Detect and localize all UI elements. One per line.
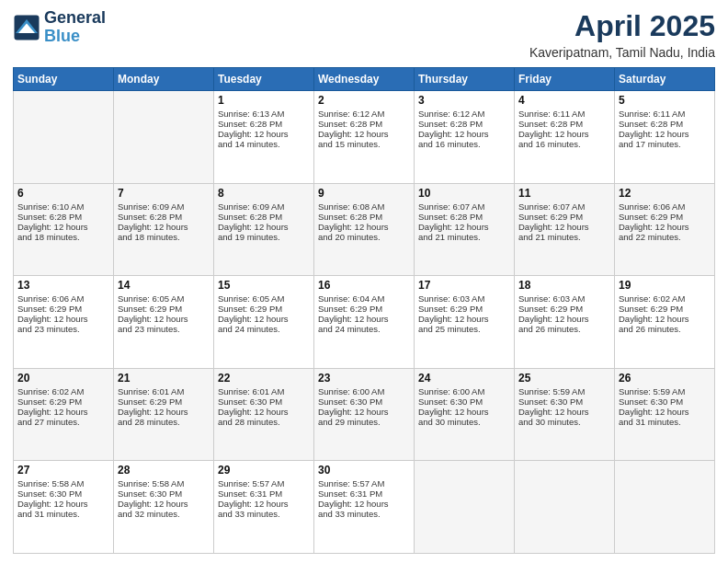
calendar-week-2: 6Sunrise: 6:10 AMSunset: 6:28 PMDaylight… (14, 183, 715, 276)
day-number: 13 (17, 279, 109, 292)
logo: General Blue (13, 9, 106, 46)
day-info: Sunset: 6:31 PM (318, 488, 410, 499)
day-info: Sunrise: 6:13 AM (218, 109, 310, 119)
day-info: Daylight: 12 hours (17, 314, 109, 324)
day-number: 26 (619, 372, 711, 385)
calendar-cell: 20Sunrise: 6:02 AMSunset: 6:29 PMDayligh… (14, 368, 114, 461)
calendar-cell: 14Sunrise: 6:05 AMSunset: 6:29 PMDayligh… (114, 276, 214, 369)
day-info: Sunrise: 6:10 AM (17, 201, 109, 212)
day-info: Sunset: 6:29 PM (118, 396, 210, 407)
day-info: Sunrise: 5:59 AM (518, 386, 610, 396)
day-info: Daylight: 12 hours (518, 314, 610, 324)
calendar-cell (415, 461, 515, 554)
day-info: Sunset: 6:28 PM (218, 119, 310, 129)
day-info: Sunrise: 6:12 AM (318, 109, 410, 119)
day-info: and 16 minutes. (518, 139, 610, 149)
day-info: Sunrise: 6:01 AM (218, 386, 310, 396)
day-info: Daylight: 12 hours (518, 222, 610, 232)
calendar-cell: 13Sunrise: 6:06 AMSunset: 6:29 PMDayligh… (14, 276, 114, 369)
day-info: Sunrise: 6:06 AM (619, 201, 711, 212)
day-info: Sunrise: 6:11 AM (619, 109, 711, 119)
day-info: and 23 minutes. (17, 324, 109, 334)
logo-text: General Blue (44, 9, 106, 46)
calendar-cell: 17Sunrise: 6:03 AMSunset: 6:29 PMDayligh… (415, 276, 515, 369)
day-info: Sunrise: 6:01 AM (118, 386, 210, 396)
day-info: Daylight: 12 hours (318, 222, 410, 232)
logo-line2: Blue (44, 28, 106, 46)
day-number: 3 (418, 94, 510, 107)
day-number: 5 (619, 94, 711, 107)
day-info: and 30 minutes. (418, 417, 510, 427)
day-info: Daylight: 12 hours (118, 314, 210, 324)
day-info: and 24 minutes. (318, 324, 410, 334)
day-info: Daylight: 12 hours (318, 129, 410, 139)
day-info: Sunset: 6:28 PM (218, 212, 310, 222)
day-info: Sunset: 6:28 PM (318, 119, 410, 129)
calendar-cell: 12Sunrise: 6:06 AMSunset: 6:29 PMDayligh… (615, 183, 715, 276)
calendar-cell: 23Sunrise: 6:00 AMSunset: 6:30 PMDayligh… (314, 368, 415, 461)
day-info: Sunrise: 5:57 AM (318, 478, 410, 488)
day-info: Daylight: 12 hours (118, 407, 210, 417)
header-cell-wednesday: Wednesday (314, 68, 415, 91)
day-info: and 23 minutes. (118, 324, 210, 334)
header: General Blue April 2025 Kaveripatnam, Ta… (13, 9, 715, 60)
calendar-cell: 18Sunrise: 6:03 AMSunset: 6:29 PMDayligh… (515, 276, 615, 369)
day-number: 15 (218, 279, 310, 292)
day-info: Sunrise: 6:06 AM (17, 293, 109, 304)
day-info: Daylight: 12 hours (619, 314, 711, 324)
calendar-cell: 25Sunrise: 5:59 AMSunset: 6:30 PMDayligh… (515, 368, 615, 461)
day-info: Sunset: 6:30 PM (619, 396, 711, 407)
calendar-cell (615, 461, 715, 554)
day-info: and 30 minutes. (518, 417, 610, 427)
day-info: Sunset: 6:29 PM (17, 304, 109, 314)
day-info: Sunrise: 6:02 AM (17, 386, 109, 396)
day-info: Sunrise: 6:05 AM (218, 293, 310, 304)
day-info: Sunset: 6:29 PM (318, 304, 410, 314)
day-number: 23 (318, 372, 410, 385)
day-number: 21 (118, 372, 210, 385)
day-info: Sunset: 6:29 PM (418, 304, 510, 314)
day-number: 4 (518, 94, 610, 107)
calendar-cell: 29Sunrise: 5:57 AMSunset: 6:31 PMDayligh… (214, 461, 314, 554)
day-info: and 21 minutes. (518, 232, 610, 242)
calendar-cell: 2Sunrise: 6:12 AMSunset: 6:28 PMDaylight… (314, 91, 415, 184)
day-info: and 27 minutes. (17, 417, 109, 427)
day-number: 17 (418, 279, 510, 292)
day-number: 7 (118, 187, 210, 200)
logo-line1: General (44, 9, 106, 28)
day-info: and 31 minutes. (17, 509, 109, 519)
day-info: Daylight: 12 hours (17, 407, 109, 417)
day-info: Sunset: 6:30 PM (118, 488, 210, 499)
calendar-cell (515, 461, 615, 554)
day-number: 9 (318, 187, 410, 200)
day-info: and 17 minutes. (619, 139, 711, 149)
day-info: and 22 minutes. (619, 232, 711, 242)
day-info: Sunset: 6:29 PM (619, 212, 711, 222)
day-number: 16 (318, 279, 410, 292)
day-info: Sunrise: 5:59 AM (619, 386, 711, 396)
day-number: 19 (619, 279, 711, 292)
logo-icon (13, 14, 40, 41)
calendar-table: SundayMondayTuesdayWednesdayThursdayFrid… (13, 67, 715, 554)
header-row: SundayMondayTuesdayWednesdayThursdayFrid… (14, 68, 715, 91)
day-info: Sunrise: 5:58 AM (118, 478, 210, 488)
day-info: Daylight: 12 hours (518, 407, 610, 417)
day-info: and 18 minutes. (17, 232, 109, 242)
day-info: Sunrise: 6:00 AM (418, 386, 510, 396)
calendar-body: 1Sunrise: 6:13 AMSunset: 6:28 PMDaylight… (14, 91, 715, 554)
day-info: Daylight: 12 hours (318, 314, 410, 324)
day-info: Daylight: 12 hours (218, 222, 310, 232)
day-info: and 15 minutes. (318, 139, 410, 149)
day-info: and 25 minutes. (418, 324, 510, 334)
day-info: Daylight: 12 hours (118, 222, 210, 232)
calendar-week-1: 1Sunrise: 6:13 AMSunset: 6:28 PMDaylight… (14, 91, 715, 184)
day-info: Daylight: 12 hours (418, 222, 510, 232)
header-cell-sunday: Sunday (14, 68, 114, 91)
day-info: Sunrise: 6:05 AM (118, 293, 210, 304)
day-number: 11 (518, 187, 610, 200)
day-info: Sunset: 6:30 PM (17, 488, 109, 499)
day-info: Sunset: 6:30 PM (418, 396, 510, 407)
day-info: Sunrise: 6:12 AM (418, 109, 510, 119)
day-info: Sunset: 6:28 PM (418, 212, 510, 222)
page-container: General Blue April 2025 Kaveripatnam, Ta… (0, 0, 728, 563)
